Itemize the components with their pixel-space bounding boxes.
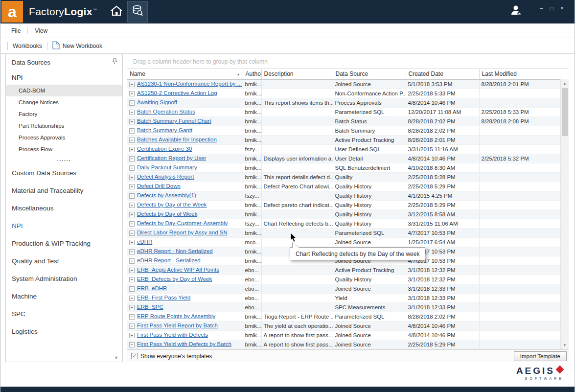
template-name-link[interactable]: First Pass Yield with Defects (137, 332, 208, 338)
sidebar-category-npi[interactable]: NPI (6, 217, 122, 234)
template-name-link[interactable]: ERB_Defects by Day of Week (137, 276, 212, 282)
sidebar-scroll-down-icon[interactable]: ▼ (114, 355, 118, 360)
table-row[interactable]: +Certification Expire 30fszy...User Defi… (127, 144, 561, 154)
table-row[interactable]: +Direct Labor Report by Assy and SNbmik.… (127, 228, 561, 237)
table-row[interactable]: +Defects by Assembly(1)fszy...Quality Hi… (127, 191, 561, 200)
scrollbar-thumb[interactable] (562, 88, 568, 136)
template-name-link[interactable]: ERB_SPC (137, 304, 163, 310)
expand-icon[interactable]: + (129, 184, 135, 189)
expand-icon[interactable]: + (129, 175, 135, 180)
expand-icon[interactable]: + (129, 231, 135, 236)
expand-icon[interactable]: + (129, 305, 135, 310)
column-header-created-date[interactable]: Created Date (406, 69, 479, 79)
template-name-link[interactable]: Batch Operation Status (137, 109, 195, 115)
expand-icon[interactable]: + (129, 323, 135, 329)
expand-icon[interactable]: + (129, 119, 135, 124)
sidebar-category-spc[interactable]: SPC (6, 305, 122, 323)
table-row[interactable]: +AS1250-2 Corrective Action Logbmik...No… (127, 89, 561, 98)
show-everyones-templates-checkbox[interactable]: ✓ (131, 353, 138, 359)
table-row[interactable]: +Daily Packout Summarybmik...SQL Benutze… (127, 163, 561, 172)
workbooks-button[interactable]: Workbooks (13, 43, 42, 49)
table-row[interactable]: +Defects by Day of Weekbmik...Quality Hi… (127, 209, 561, 219)
maximize-button[interactable]: □ (550, 5, 553, 11)
pin-icon[interactable] (112, 58, 117, 66)
table-row[interactable]: +Batches Available for Inspectionbmik...… (127, 135, 561, 144)
scroll-up-icon[interactable]: ▲ (561, 79, 569, 88)
reports-explorer-button[interactable] (127, 1, 148, 23)
sidebar-category-machine[interactable]: Machine (6, 287, 122, 305)
template-name-link[interactable]: ERB_Aegis Active WIP All Points (137, 267, 219, 273)
template-name-link[interactable]: ERP Route Points by Assembly (137, 313, 215, 319)
template-name-link[interactable]: Batches Available for Inspection (137, 137, 217, 142)
expand-icon[interactable]: + (129, 296, 135, 301)
expand-icon[interactable]: + (129, 286, 135, 292)
expand-icon[interactable]: + (129, 91, 135, 96)
sidebar-category-system-administration[interactable]: System Administration (6, 270, 122, 287)
template-name-link[interactable]: Defects by Assembly(1) (137, 192, 196, 198)
expand-icon[interactable]: + (129, 147, 135, 152)
template-name-link[interactable]: eDHR (137, 239, 152, 245)
expand-icon[interactable]: + (129, 342, 135, 347)
expand-icon[interactable]: + (129, 203, 135, 208)
table-row[interactable]: +Awaiting Signoffbmik...This report show… (127, 98, 561, 107)
table-row[interactable]: +Defect Drill Downbmik...Defect Pareto C… (127, 182, 561, 191)
template-name-link[interactable]: Certification Expire 30 (137, 146, 192, 152)
expand-icon[interactable]: + (129, 277, 135, 282)
template-name-link[interactable]: First Pass Yield with Defects by Batch (137, 341, 231, 347)
template-name-link[interactable]: AS1230-1 Non-Conformance Report by ... (137, 81, 242, 87)
new-workbook-button[interactable]: New Workbook (52, 41, 102, 51)
sidebar-category-miscellaneous[interactable]: Miscellaneous (6, 199, 122, 217)
column-header-last-modified[interactable]: Last Modified (479, 69, 561, 79)
expand-icon[interactable]: + (129, 138, 135, 143)
expand-icon[interactable]: + (129, 258, 135, 264)
table-row[interactable]: +ERB_Defects by Day of Weekebo...Quality… (127, 275, 561, 284)
expand-icon[interactable]: + (129, 240, 135, 245)
expand-icon[interactable]: + (129, 314, 135, 320)
table-row[interactable]: +First Pass Yield Report by Batchbmik...… (127, 321, 561, 330)
column-header-name[interactable]: Name▲ (127, 69, 243, 79)
template-name-link[interactable]: Batch Summary Funnel Chart (137, 118, 211, 124)
template-name-link[interactable]: ERB_eDHR (137, 285, 167, 291)
sidebar-item-factory[interactable]: Factory (6, 108, 122, 120)
table-row[interactable]: +Defect Analysis Reportbmik...This repor… (127, 172, 561, 182)
scroll-down-icon[interactable]: ▼ (561, 341, 569, 349)
expand-icon[interactable]: + (129, 333, 135, 338)
table-row[interactable]: +Defects by Day of the Weekbmik...Defect… (127, 200, 561, 209)
template-name-link[interactable]: First Pass Yield Report by Batch (137, 323, 218, 328)
template-name-link[interactable]: Daily Packout Summary (137, 164, 197, 170)
sidebar-item-cad-bom[interactable]: CAD-BOM (6, 85, 122, 96)
expand-icon[interactable]: + (129, 249, 135, 254)
table-row[interactable]: +ERP Route Points by Assemblybmik...Tiog… (127, 312, 561, 321)
sidebar-category-material-and-traceability[interactable]: Material and Traceability (6, 182, 122, 199)
expand-icon[interactable]: + (129, 212, 135, 217)
table-row[interactable]: +First Pass Yield with Defects by Batchb… (127, 340, 561, 349)
sidebar-category-production-wip-tracking[interactable]: Production & WIP Tracking (6, 234, 122, 252)
expand-icon[interactable]: + (129, 128, 135, 134)
sidebar-category-quality-and-test[interactable]: Quality and Test (6, 252, 122, 270)
table-row[interactable]: +ERB_eDHRebo...Joined Source3/1/2018 12:… (127, 284, 561, 293)
expand-icon[interactable]: + (129, 82, 135, 87)
table-row[interactable]: +Batch Summary Ganttbmik...Batch Summary… (127, 126, 561, 135)
table-row[interactable]: +ERB_First Pass Yieldebo...Yield3/1/2018… (127, 293, 561, 302)
table-row[interactable]: +Defects by Day-Customer-Assemblyfszy...… (127, 219, 561, 228)
template-name-link[interactable]: eDHR Report - Serialized (137, 257, 201, 263)
sidebar-category-logistics[interactable]: Logistics (6, 323, 122, 340)
template-name-link[interactable]: AS1250-2 Corrective Action Log (137, 90, 217, 96)
template-name-link[interactable]: eDHR Report - Non-Serialized (137, 248, 213, 254)
template-name-link[interactable]: ERB_First Pass Yield (137, 295, 190, 300)
column-header-description[interactable]: Description (261, 69, 333, 79)
sidebar-item-part-relationships[interactable]: Part Relationships (6, 120, 122, 132)
template-name-link[interactable]: Batch Summary Gantt (137, 127, 192, 133)
minimize-button[interactable]: – (540, 5, 543, 11)
import-template-button[interactable]: Import Template (514, 351, 567, 361)
menu-file[interactable]: File (11, 27, 21, 34)
table-row[interactable]: +eDHRmco...Joined Source1/25/2017 6:54 A… (127, 237, 561, 247)
sidebar-group-npi[interactable]: NPI (6, 70, 122, 85)
template-name-link[interactable]: Direct Labor Report by Assy and SN (137, 230, 228, 235)
table-row[interactable]: +ERB_Aegis Active WIP All Pointsebo...Ac… (127, 265, 561, 275)
template-name-link[interactable]: Defects by Day of Week (137, 211, 197, 217)
home-button[interactable] (106, 1, 127, 23)
menu-view[interactable]: View (35, 27, 47, 34)
sidebar-splitter[interactable]: ...... (6, 155, 122, 164)
sidebar-category-custom-data-sources[interactable]: Custom Data Sources (6, 164, 122, 182)
